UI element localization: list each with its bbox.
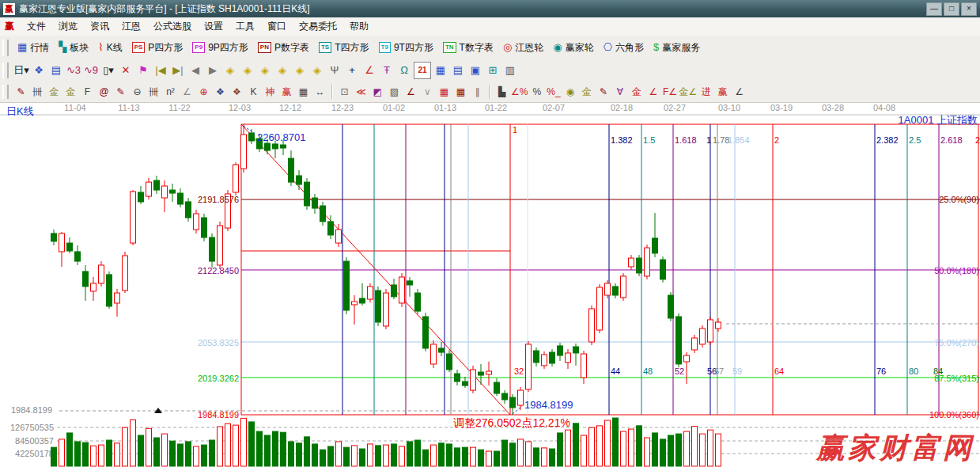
diamond-right-icon[interactable]: ◈	[222, 63, 238, 78]
remote-data-icon[interactable]: ⊞	[485, 63, 501, 78]
diamond-left-icon[interactable]: ◈	[240, 63, 255, 78]
color-chart-icon[interactable]: ⚑	[135, 63, 151, 78]
fan-square-icon[interactable]: ◩	[370, 85, 385, 99]
circle-cross-icon[interactable]: ⊕	[196, 85, 211, 99]
parallel-lines-icon[interactable]: ∥	[470, 85, 485, 99]
toolbar-button-行情[interactable]: ▦行情	[13, 40, 54, 56]
chart-3-icon[interactable]: ∿3	[66, 63, 81, 78]
diamond-grid-icon[interactable]: ◈	[309, 63, 325, 78]
f-angle-icon[interactable]: F∠	[662, 85, 677, 99]
menu-item-文件[interactable]: 文件	[21, 18, 52, 35]
f-grid-icon[interactable]: F	[80, 85, 95, 99]
toolbar-button-9P四方形[interactable]: P99P四方形	[187, 40, 252, 56]
grid-123-icon[interactable]: ▦	[296, 85, 311, 99]
toolbar-button-赢家服务[interactable]: $赢家服务	[649, 40, 705, 56]
menu-item-公式选股[interactable]: 公式选股	[147, 18, 198, 35]
save-icon[interactable]: ▣	[467, 63, 483, 78]
grid-red-icon[interactable]: ▦	[437, 85, 452, 99]
gold-circle-icon[interactable]: ◉	[562, 85, 577, 99]
hand-drag-icon[interactable]: Ψ	[327, 63, 342, 78]
pencil2-icon[interactable]: ✎	[113, 85, 128, 99]
prev-icon[interactable]: ◀	[187, 63, 203, 78]
gold-angle-icon[interactable]: 金∠	[679, 85, 697, 99]
toolbar-button-六角形[interactable]: ⎔六角形	[599, 40, 649, 56]
info-list-icon[interactable]: ▤	[48, 63, 64, 78]
comb2-icon[interactable]: 卌	[146, 85, 161, 99]
next-icon[interactable]: ▶	[205, 63, 221, 78]
close-button[interactable]: ×	[961, 2, 977, 16]
wave-icon[interactable]: ∀	[612, 85, 627, 99]
percent-line-icon[interactable]: %_	[546, 85, 561, 99]
menu-item-资讯[interactable]: 资讯	[84, 18, 115, 35]
menu-item-帮助[interactable]: 帮助	[343, 18, 375, 35]
grid-darkred-icon[interactable]: ▦	[453, 85, 468, 99]
percent-angle-icon[interactable]: ∠%	[511, 85, 528, 99]
diamond-compress-icon[interactable]: ◈	[274, 63, 290, 78]
report-icon[interactable]: ▤	[450, 63, 466, 78]
toolbar-button-T数字表[interactable]: TNT数字表	[438, 40, 498, 56]
first-page-icon[interactable]: |◀	[153, 63, 168, 78]
period-day-dropdown[interactable]: 日▾	[13, 63, 29, 78]
select-box-icon[interactable]: ⊡	[337, 85, 352, 99]
menu-item-江恩[interactable]: 江恩	[115, 18, 147, 35]
zoom-region-icon[interactable]: ✕	[118, 63, 134, 78]
toolbar-grip[interactable]	[2, 85, 9, 99]
zigzag-icon[interactable]: ∨	[420, 85, 435, 99]
angle-red-icon[interactable]: ∠	[403, 85, 418, 99]
jin-angle-icon[interactable]: 进	[698, 85, 713, 99]
comb-grid-icon[interactable]: 卌	[30, 85, 45, 99]
diamond-expand-icon[interactable]: ◈	[257, 63, 273, 78]
k-mark-icon[interactable]: K	[246, 85, 261, 99]
toolbar-grip[interactable]	[2, 40, 9, 56]
toolbar-button-P数字表[interactable]: PNP数字表	[253, 40, 314, 56]
last-page-icon[interactable]: ▶|	[170, 63, 186, 78]
h-expand-icon[interactable]: ↔	[312, 85, 327, 99]
menu-item-窗口[interactable]: 窗口	[261, 18, 293, 35]
web-blue-icon[interactable]: ❖	[213, 85, 228, 99]
toolbar-button-K线[interactable]: ⌇K线	[93, 40, 127, 56]
toolbar-grip[interactable]	[2, 63, 9, 78]
network-icon[interactable]: ❖	[31, 63, 47, 78]
chart-9-icon[interactable]: ∿9	[83, 63, 99, 78]
calculator-icon[interactable]: ▦	[433, 63, 448, 78]
fan-lines-icon[interactable]: ≪	[354, 85, 369, 99]
pattern-tool-icon[interactable]: Ŧ	[379, 63, 395, 78]
trend-angle-icon[interactable]: ∠	[645, 85, 660, 99]
angle2-icon[interactable]: ∠	[732, 85, 747, 99]
toolbar-button-T四方形[interactable]: TST四方形	[314, 40, 374, 56]
angle-measure-icon[interactable]: ∠	[361, 63, 377, 78]
candle-style-dropdown[interactable]: ▯▾	[100, 63, 116, 78]
angle-gray-icon[interactable]: ∠	[180, 85, 195, 99]
print-icon[interactable]: ▥	[502, 63, 518, 78]
toolbar-button-江恩轮[interactable]: ◎江恩轮	[498, 40, 548, 56]
ying-icon[interactable]: 赢	[279, 85, 294, 99]
gold-grid2-icon[interactable]: 金	[63, 85, 78, 99]
maximize-button[interactable]: □	[944, 2, 959, 16]
menu-item-交易委托[interactable]: 交易委托	[293, 18, 343, 35]
bars-icon[interactable]: ▙	[494, 85, 509, 99]
cycle-tool-icon[interactable]: Ω	[396, 63, 412, 78]
menu-item-设置[interactable]: 设置	[198, 18, 229, 35]
pencil-icon[interactable]: ✎	[13, 85, 28, 99]
shen-icon[interactable]: 神	[263, 85, 278, 99]
diamond-center-icon[interactable]: ◈	[292, 63, 308, 78]
web-square-icon[interactable]: ▨	[387, 85, 402, 99]
crosshair-icon[interactable]: +	[344, 63, 360, 78]
menu-item-浏览[interactable]: 浏览	[52, 18, 84, 35]
ying-angle-icon[interactable]: 赢	[715, 85, 730, 99]
toolbar-button-9T四方形[interactable]: T99T四方形	[374, 40, 438, 56]
percent-icon[interactable]: %	[529, 85, 544, 99]
toolbar-button-P四方形[interactable]: PSP四方形	[127, 40, 188, 56]
minimize-button[interactable]: —	[926, 2, 942, 16]
menu-item-工具[interactable]: 工具	[229, 18, 261, 35]
toolbar-button-赢家轮[interactable]: ◉赢家轮	[548, 40, 598, 56]
web-red-icon[interactable]: ❖	[229, 85, 244, 99]
calendar-21-icon[interactable]: 21	[414, 62, 431, 79]
circle-rule-icon[interactable]: ⊖	[130, 85, 145, 99]
gold-red-icon[interactable]: 金	[629, 85, 644, 99]
gold-line-icon[interactable]: 金	[579, 85, 594, 99]
toolbar-button-板块[interactable]: ▚板块	[54, 40, 93, 56]
n2-icon[interactable]: n²	[163, 85, 178, 99]
gold-grid-icon[interactable]: 金	[47, 85, 62, 99]
spiral-icon[interactable]: @	[96, 85, 112, 99]
